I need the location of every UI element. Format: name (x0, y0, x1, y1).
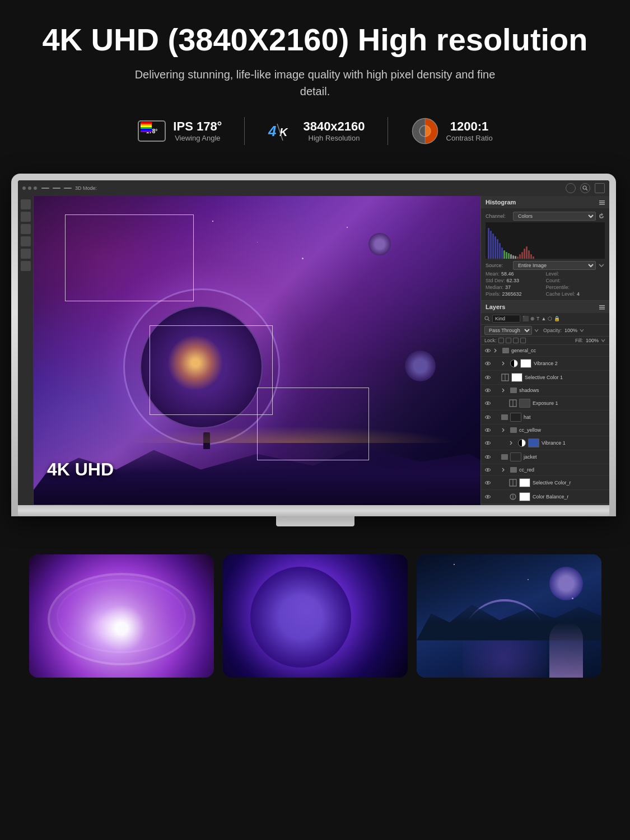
tool-2[interactable] (21, 212, 31, 222)
layer-eye-v1[interactable] (484, 440, 491, 446)
specs-bar: 178° IPS 178° Viewing Angle 4 (22, 116, 608, 146)
layer-row-general-cc[interactable]: general_cc (481, 345, 609, 357)
tool-3[interactable] (21, 224, 31, 234)
layer-expand-icon-5[interactable] (509, 440, 516, 446)
layer-row-jacket[interactable]: jacket (481, 450, 609, 464)
tool-6[interactable] (21, 261, 31, 271)
hist-m-1 (510, 254, 512, 259)
source-select[interactable]: Entire Image (513, 261, 596, 270)
median-value: 37 (505, 284, 511, 290)
hist-r-6 (528, 250, 530, 259)
layer-row-cb-r[interactable]: Color Balance_r (481, 490, 609, 504)
lock-label: Lock: (484, 338, 497, 343)
hist-b-1 (488, 228, 489, 259)
spec-ips-value: IPS 178° (173, 119, 222, 134)
layers-menu-icon[interactable] (599, 304, 605, 310)
hist-b-3 (492, 234, 494, 259)
selection-box-3 (257, 388, 369, 460)
filter-smart[interactable]: ⬡ (548, 316, 552, 321)
layer-name-ccy: cc_yellow (519, 427, 606, 433)
hist-r-5 (526, 246, 528, 259)
layer-expand-icon-4[interactable] (501, 427, 508, 433)
layer-eye-hat[interactable] (484, 414, 491, 421)
thumb-3-star-1 (454, 564, 455, 565)
layer-eye-ccr[interactable] (484, 466, 491, 473)
filter-adj[interactable]: ⊕ (530, 316, 535, 321)
histogram-body: Channel: Colors (481, 208, 609, 300)
blend-mode-select[interactable]: Pass Through (484, 326, 532, 335)
layer-expand-icon-6[interactable] (501, 467, 508, 473)
blend-chevron-icon (534, 328, 539, 333)
layer-row-cc-yellow[interactable]: cc_yellow (481, 424, 609, 436)
layer-eye-sh[interactable] (484, 387, 491, 394)
lock-pixel-icon[interactable] (498, 338, 504, 343)
contrast-icon-wrap (410, 116, 440, 146)
layer-name-general-cc: general_cc (511, 348, 606, 353)
layer-row-cc-red[interactable]: cc_red (481, 464, 609, 476)
stat-level: Level: (546, 271, 605, 277)
tool-1[interactable] (21, 199, 31, 209)
monitor-bottom-bezel (18, 505, 609, 516)
planet-2 (405, 351, 436, 381)
hist-r-2 (519, 254, 521, 259)
tool-4[interactable] (21, 236, 31, 246)
layer-expand-icon-1[interactable] (493, 348, 500, 353)
histogram-menu-icon[interactable] (599, 199, 605, 205)
thumbnails-section (0, 538, 630, 694)
layer-expand-icon-3[interactable] (501, 388, 508, 393)
filter-text[interactable]: T (536, 316, 540, 321)
layer-thumb-v1 (528, 438, 539, 447)
layer-thumb-v2 (520, 359, 531, 368)
hist-b-2 (490, 231, 492, 259)
eye-icon-5 (485, 402, 491, 405)
layer-eye-jkt[interactable] (484, 454, 491, 460)
spec-4k-label: High Resolution (303, 134, 365, 142)
hist-b-6 (499, 243, 501, 259)
layer-row-shadows[interactable]: shadows (481, 385, 609, 396)
histogram-chart (486, 222, 605, 259)
lock-all-icon[interactable] (520, 338, 526, 343)
svg-rect-5 (141, 127, 152, 129)
layer-eye-exp[interactable] (484, 400, 491, 407)
filter-pixel[interactable]: ⬛ (522, 316, 529, 321)
layer-eye-v2[interactable] (484, 360, 491, 367)
thumb-3-hand (549, 622, 583, 678)
filter-lock[interactable]: 🔒 (554, 316, 560, 321)
layer-eye-ccy[interactable] (484, 427, 491, 433)
source-expand-icon[interactable] (598, 262, 605, 269)
layers-title: Layers (486, 304, 505, 310)
monitor-base (11, 516, 619, 526)
lock-artboard-icon[interactable] (513, 338, 519, 343)
hist-g-3 (508, 253, 510, 259)
svg-line-15 (586, 189, 588, 190)
layers-kind-input[interactable] (492, 315, 520, 323)
tool-5[interactable] (21, 249, 31, 259)
ips-icon: 178° (137, 116, 166, 146)
layer-row-vibrance2[interactable]: Vibrance 2 (481, 357, 609, 371)
layer-thumb-exp (519, 399, 530, 408)
layer-row-selective1[interactable]: Selective Color 1 (481, 371, 609, 385)
right-panel: Histogram Channel: Colors (480, 196, 609, 505)
layer-row-vibrance1[interactable]: Vibrance 1 (481, 436, 609, 450)
layer-row-hat[interactable]: hat (481, 410, 609, 424)
layer-row-exposure[interactable]: Exposure 1 (481, 396, 609, 410)
layer-eye-general-cc[interactable] (484, 347, 491, 354)
spec-contrast-text: 1200:1 Contrast Ratio (446, 119, 493, 142)
channel-select[interactable]: Colors (513, 212, 596, 221)
stddev-label: Std Dev: (486, 278, 505, 283)
layer-name-shadows: shadows (519, 388, 606, 393)
kind-filter-icon (484, 316, 490, 321)
layer-row-sel-r[interactable]: Selective Color_r (481, 476, 609, 490)
layer-eye-s1[interactable] (484, 374, 491, 381)
thumbnail-3 (417, 554, 601, 678)
layer-eye-cbr[interactable] (484, 493, 491, 500)
layer-expand-icon-2[interactable] (501, 361, 508, 366)
refresh-icon[interactable] (598, 213, 605, 220)
pixels-label: Pixels: (486, 291, 501, 297)
canvas-label: 4K UHD (47, 459, 114, 480)
lock-move-icon[interactable] (506, 338, 511, 343)
layer-eye-selr[interactable] (484, 479, 491, 486)
sel-r-adj-icon (509, 479, 517, 487)
filter-shape[interactable]: ▲ (542, 316, 547, 321)
toolbar-dot-3 (34, 186, 37, 190)
